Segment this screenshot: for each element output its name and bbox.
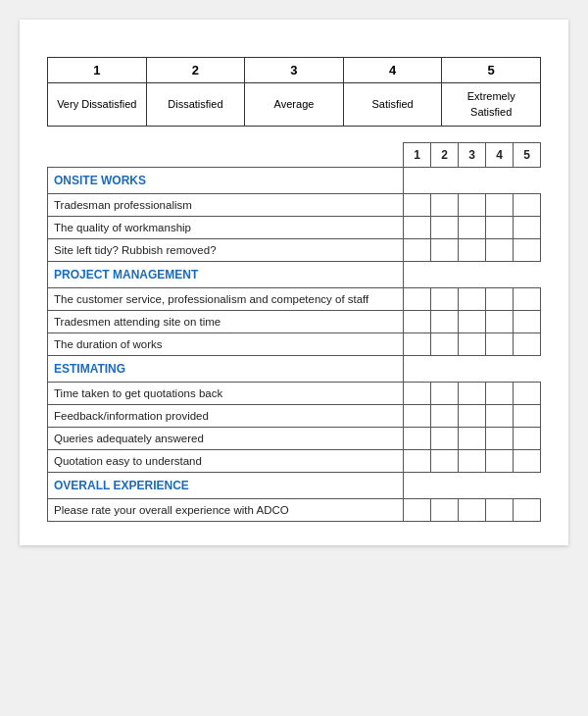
- rating-cell[interactable]: [486, 405, 514, 428]
- question-text: Please rate your overall experience with…: [48, 499, 404, 522]
- rating-cell[interactable]: [514, 194, 541, 217]
- rating-cell[interactable]: [514, 499, 541, 522]
- rating-cell[interactable]: [514, 217, 541, 239]
- section-blank-cell: [459, 356, 486, 383]
- survey-item-row: The customer service, professionalism an…: [48, 288, 541, 311]
- rating-cell[interactable]: [459, 311, 486, 333]
- question-text: Queries adequately answered: [48, 428, 404, 450]
- section-blank-cell: [431, 168, 459, 194]
- rating-header: 1: [404, 143, 431, 168]
- section-label: ONSITE WORKS: [48, 168, 404, 194]
- rating-cell[interactable]: [404, 288, 431, 311]
- question-text: Time taken to get quotations back: [48, 383, 404, 405]
- rating-cell[interactable]: [459, 499, 486, 522]
- rating-cell[interactable]: [486, 450, 514, 473]
- rating-cell[interactable]: [459, 383, 486, 405]
- section-label: OVERALL EXPERIENCE: [48, 473, 404, 499]
- rating-cell[interactable]: [459, 194, 486, 217]
- section-row: OVERALL EXPERIENCE: [48, 473, 541, 499]
- rating-cell[interactable]: [459, 333, 486, 356]
- survey-item-row: The quality of workmanship: [48, 217, 541, 239]
- rating-cell[interactable]: [459, 405, 486, 428]
- scale-label-cell: Extremely Satisfied: [442, 83, 541, 127]
- rating-cell[interactable]: [514, 333, 541, 356]
- survey-item-row: Time taken to get quotations back: [48, 383, 541, 405]
- rating-cell[interactable]: [404, 450, 431, 473]
- rating-cell[interactable]: [404, 499, 431, 522]
- rating-cell[interactable]: [431, 239, 459, 262]
- rating-cell[interactable]: [404, 405, 431, 428]
- rating-cell[interactable]: [486, 499, 514, 522]
- question-text: Tradesman professionalism: [48, 194, 404, 217]
- rating-cell[interactable]: [514, 450, 541, 473]
- section-blank-cell: [459, 262, 486, 288]
- rating-cell[interactable]: [431, 288, 459, 311]
- rating-header: 4: [486, 143, 514, 168]
- rating-cell[interactable]: [459, 239, 486, 262]
- survey-item-row: Queries adequately answered: [48, 428, 541, 450]
- rating-cell[interactable]: [404, 239, 431, 262]
- rating-cell[interactable]: [514, 239, 541, 262]
- section-blank-cell: [404, 168, 431, 194]
- section-blank-cell: [404, 356, 431, 383]
- rating-cell[interactable]: [459, 217, 486, 239]
- section-label: PROJECT MANAGEMENT: [48, 262, 404, 288]
- rating-cell[interactable]: [459, 450, 486, 473]
- rating-cell[interactable]: [486, 217, 514, 239]
- rating-cell[interactable]: [431, 217, 459, 239]
- rating-cell[interactable]: [486, 288, 514, 311]
- scale-number-cell: 4: [343, 58, 442, 83]
- section-blank-cell: [404, 262, 431, 288]
- survey-item-row: The duration of works: [48, 333, 541, 356]
- section-blank-cell: [514, 168, 541, 194]
- rating-cell[interactable]: [404, 311, 431, 333]
- rating-cell[interactable]: [514, 405, 541, 428]
- rating-cell[interactable]: [431, 428, 459, 450]
- rating-cell[interactable]: [431, 450, 459, 473]
- section-blank-cell: [486, 168, 514, 194]
- rating-cell[interactable]: [431, 405, 459, 428]
- section-blank-cell: [431, 473, 459, 499]
- question-text: The quality of workmanship: [48, 217, 404, 239]
- rating-cell[interactable]: [431, 333, 459, 356]
- section-row: ESTIMATING: [48, 356, 541, 383]
- rating-cell[interactable]: [459, 428, 486, 450]
- rating-header: 3: [459, 143, 486, 168]
- survey-item-row: Quotation easy to understand: [48, 450, 541, 473]
- rating-cell[interactable]: [514, 288, 541, 311]
- scale-label-row: Very DissatisfiedDissatisfiedAverageSati…: [48, 83, 541, 127]
- rating-cell[interactable]: [486, 383, 514, 405]
- rating-cell[interactable]: [486, 239, 514, 262]
- rating-cell[interactable]: [431, 383, 459, 405]
- section-blank-cell: [459, 168, 486, 194]
- question-text: The duration of works: [48, 333, 404, 356]
- rating-cell[interactable]: [486, 428, 514, 450]
- rating-cell[interactable]: [431, 194, 459, 217]
- rating-cell[interactable]: [431, 499, 459, 522]
- rating-cell[interactable]: [431, 311, 459, 333]
- rating-cell[interactable]: [404, 217, 431, 239]
- scale-label-cell: Average: [245, 83, 344, 127]
- rating-cell[interactable]: [486, 333, 514, 356]
- survey-item-row: Tradesmen attending site on time: [48, 311, 541, 333]
- rating-cell[interactable]: [404, 383, 431, 405]
- rating-cell[interactable]: [459, 288, 486, 311]
- question-text: Feedback/information provided: [48, 405, 404, 428]
- rating-header: 2: [431, 143, 459, 168]
- rating-cell[interactable]: [404, 428, 431, 450]
- section-blank-cell: [404, 473, 431, 499]
- scale-label-cell: Satisfied: [343, 83, 442, 127]
- rating-cell[interactable]: [486, 194, 514, 217]
- rating-cell[interactable]: [514, 428, 541, 450]
- question-text: The customer service, professionalism an…: [48, 288, 404, 311]
- scale-table: 12345 Very DissatisfiedDissatisfiedAvera…: [47, 57, 541, 127]
- scale-number-cell: 3: [245, 58, 344, 83]
- rating-cell[interactable]: [404, 333, 431, 356]
- rating-cell[interactable]: [404, 194, 431, 217]
- rating-cell[interactable]: [514, 383, 541, 405]
- rating-cell[interactable]: [486, 311, 514, 333]
- survey-item-row: Site left tidy? Rubbish removed?: [48, 239, 541, 262]
- section-blank-cell: [486, 356, 514, 383]
- section-blank-cell: [514, 473, 541, 499]
- rating-cell[interactable]: [514, 311, 541, 333]
